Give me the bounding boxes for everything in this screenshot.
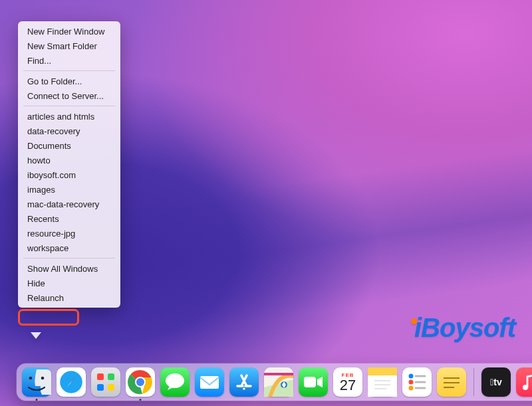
svg-rect-12 [108,384,114,391]
svg-point-2 [41,377,45,380]
menu-item-recent-articles-and-htmls[interactable]: articles and htmls [18,109,120,124]
mail-icon[interactable] [195,367,224,397]
messages-icon[interactable] [160,367,190,397]
menu-item-find[interactable]: Find... [18,53,120,68]
menu-item-relaunch[interactable]: Relaunch [18,290,120,305]
finder-context-menu: New Finder Window New Smart Folder Find.… [18,21,120,308]
menu-item-go-to-folder[interactable]: Go to Folder... [18,74,120,88]
tv-icon[interactable]: tv [481,367,511,397]
watermark-logo: •iBoysoft [408,313,515,343]
menu-item-recent-images[interactable]: images [18,182,120,197]
menu-item-recent-recents[interactable]: Recents [18,211,120,226]
svg-rect-9 [97,373,104,380]
calendar-day: 27 [333,378,362,393]
menu-separator [23,70,115,71]
menu-separator [23,106,115,106]
menu-separator [23,258,115,258]
menu-item-new-finder-window[interactable]: New Finder Window [18,24,120,39]
facetime-icon[interactable] [299,367,328,397]
svg-point-32 [409,386,414,391]
stickies-icon[interactable] [437,367,466,397]
svg-point-38 [523,385,528,390]
dock: FEB 27 tv [17,363,532,401]
running-indicator [140,399,142,401]
menu-item-recent-data-recovery[interactable]: data-recovery [18,124,120,138]
svg-rect-17 [200,376,219,389]
menu-item-recent-iboysoft[interactable]: iboysoft.com [18,167,120,182]
svg-text:tv: tv [490,377,502,387]
menu-item-new-smart-folder[interactable]: New Smart Folder [18,39,120,53]
svg-rect-10 [108,373,114,380]
safari-icon[interactable] [57,367,86,397]
launchpad-icon[interactable] [91,367,120,397]
menu-item-show-all-windows[interactable]: Show All Windows [18,261,120,276]
chrome-icon[interactable] [126,367,155,397]
menu-item-recent-howto[interactable]: howto [18,153,120,167]
menu-item-recent-resource-jpg[interactable]: resource-jpg [18,226,120,241]
app-store-icon[interactable] [229,367,259,397]
notes-icon[interactable] [368,367,397,397]
svg-rect-23 [368,374,397,397]
music-icon[interactable] [516,367,532,397]
svg-point-16 [166,373,184,388]
svg-rect-21 [304,377,316,387]
reminders-icon[interactable] [402,367,432,397]
dock-separator [473,368,474,396]
dock-area: FEB 27 tv [0,361,532,406]
svg-point-1 [29,377,33,380]
svg-rect-11 [97,384,104,391]
finder-icon[interactable] [22,367,51,397]
svg-point-28 [409,374,414,379]
maps-icon[interactable] [264,367,293,397]
menu-pointer-arrow [31,332,41,339]
svg-point-30 [409,380,414,385]
calendar-icon[interactable]: FEB 27 [333,367,362,397]
menu-item-recent-documents[interactable]: Documents [18,138,120,153]
menu-item-recent-workspace[interactable]: workspace [18,241,120,255]
menu-item-hide[interactable]: Hide [18,276,120,290]
running-indicator [36,399,38,401]
menu-item-connect-to-server[interactable]: Connect to Server... [18,88,120,103]
menu-item-recent-mac-data-recovery[interactable]: mac-data-recovery [18,197,120,211]
